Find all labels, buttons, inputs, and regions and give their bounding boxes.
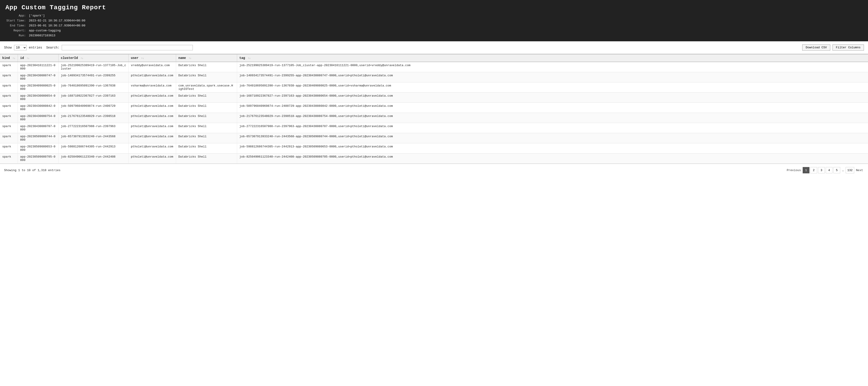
cell-kind: spark: [0, 103, 18, 113]
page-button-4[interactable]: 4: [826, 167, 833, 173]
cell-clusterId: job-252199025389419-run-1377105-Job_clus…: [59, 62, 129, 72]
showing-text: Showing 1 to 10 of 1,318 entries: [4, 169, 61, 172]
cell-name: Databricks Shell: [176, 62, 237, 72]
run-value: 20230601T103613: [29, 34, 55, 37]
cell-user: ptholeti@unraveldata.com: [129, 133, 176, 143]
start-label: Start Time:: [5, 18, 26, 23]
cell-clusterId: job-140934173574491-run-2399255: [59, 72, 129, 82]
cell-clusterId: job-598812686744305-run-2442913: [59, 143, 129, 153]
cell-id: app-20230430080747-0000: [18, 72, 59, 82]
cell-clusterId: job-277222316507988-run-2397963: [59, 123, 129, 133]
cell-name: Databricks Shell: [176, 133, 237, 143]
cell-name: Databricks Shell: [176, 103, 237, 113]
cell-tag: job-252199025389419-run-1377105-Job_clus…: [237, 62, 868, 72]
cell-tag: job-657307913933240-run-2443568-app-2023…: [237, 133, 868, 143]
cell-name: Databricks Shell: [176, 153, 237, 164]
data-table: kind ↑↓ id ↑↓ clusterId ↑↓ user ↑↓ name …: [0, 54, 868, 164]
end-value: 2023-06-01 10:36:17.939644+00:00: [29, 24, 86, 27]
table-row: sparkapp-20230509080653-0000job-59881268…: [0, 143, 868, 153]
page-button-132[interactable]: 132: [846, 167, 854, 173]
cell-clusterId: job-217676123548029-run-2398518: [59, 113, 129, 123]
cell-tag: job-140934173574491-run-2399255-app-2023…: [237, 72, 868, 82]
cell-tag: job-217676123548029-run-2398518-app-2023…: [237, 113, 868, 123]
cell-id: app-20230416111221-0000: [18, 62, 59, 72]
cell-tag: job-764018695091390-run-1367038-app-2023…: [237, 82, 868, 93]
cell-id: app-20230509080705-0000: [18, 153, 59, 164]
cell-tag: job-598812686744305-run-2442913-app-2023…: [237, 143, 868, 153]
show-label: Show: [4, 46, 12, 49]
filter-columns-button[interactable]: Filter Columns: [833, 44, 864, 50]
cell-id: app-20230509080744-0000: [18, 133, 59, 143]
cell-kind: spark: [0, 143, 18, 153]
cell-clusterId: job-509796040969874-run-2400729: [59, 103, 129, 113]
cell-tag: job-509796040969874-run-2400729-app-2023…: [237, 103, 868, 113]
cell-id: app-20230430080842-0000: [18, 103, 59, 113]
cell-name: Databricks Shell: [176, 123, 237, 133]
cell-user: ptholeti@unraveldata.com: [129, 93, 176, 103]
col-header-id[interactable]: id ↑↓: [18, 54, 59, 62]
cell-name: Databricks Shell: [176, 143, 237, 153]
table-row: sparkapp-20230509080705-0000job-82504906…: [0, 153, 868, 164]
cell-name: Databricks Shell: [176, 93, 237, 103]
page-header: App Custom Tagging Report App: ['spark']…: [0, 0, 868, 41]
cell-kind: spark: [0, 82, 18, 93]
report-value: app-custom-tagging: [29, 29, 61, 32]
cell-clusterId: job-657307913933240-run-2443568: [59, 133, 129, 143]
show-entries-select[interactable]: 10 25 50 100: [14, 45, 27, 50]
table-header-row: kind ↑↓ id ↑↓ clusterId ↑↓ user ↑↓ name …: [0, 54, 868, 62]
col-header-tag[interactable]: tag ↑↓: [237, 54, 868, 62]
report-label: Report:: [5, 28, 26, 33]
pagination: Previous 1 2 3 4 5 … 132 Next: [786, 167, 864, 173]
start-value: 2023-02-21 10:36:17.939644+00:00: [29, 19, 86, 22]
cell-kind: spark: [0, 93, 18, 103]
search-label: Search:: [46, 46, 59, 49]
search-input[interactable]: [62, 45, 193, 50]
cell-kind: spark: [0, 123, 18, 133]
download-csv-button[interactable]: Download CSV: [802, 44, 830, 50]
page-button-2[interactable]: 2: [810, 167, 817, 173]
meta-info: App: ['spark'] Start Time: 2023-02-21 10…: [5, 13, 863, 38]
cell-kind: spark: [0, 153, 18, 164]
col-header-kind[interactable]: kind ↑↓: [0, 54, 18, 62]
cell-kind: spark: [0, 113, 18, 123]
cell-tag: job-277222316507988-run-2397963-app-2023…: [237, 123, 868, 133]
table-row: sparkapp-20230430080754-0000job-21767612…: [0, 113, 868, 123]
table-row: sparkapp-20230430080707-0000job-27722231…: [0, 123, 868, 133]
cell-user: ptholeti@unraveldata.com: [129, 123, 176, 133]
table-footer: Showing 1 to 10 of 1,318 entries Previou…: [0, 164, 868, 177]
col-header-name[interactable]: name ↑↓: [176, 54, 237, 62]
cell-user: ptholeti@unraveldata.com: [129, 72, 176, 82]
table-row: sparkapp-20230509080744-0000job-65730791…: [0, 133, 868, 143]
page-button-5[interactable]: 5: [833, 167, 840, 173]
page-button-1[interactable]: 1: [803, 167, 809, 173]
table-row: sparkapp-20230416111221-0000job-25219902…: [0, 62, 868, 72]
cell-name: Databricks Shell: [176, 72, 237, 82]
cell-clusterId: job-825049061123340-run-2442408: [59, 153, 129, 164]
cell-user: vreddy@unraveldata.com: [129, 62, 176, 72]
table-wrapper: kind ↑↓ id ↑↓ clusterId ↑↓ user ↑↓ name …: [0, 54, 868, 164]
cell-kind: spark: [0, 72, 18, 82]
cell-id: app-20230430080754-0000: [18, 113, 59, 123]
cell-id: app-20230409080025-0000: [18, 82, 59, 93]
cell-tag: job-825049061123340-run-2442408-app-2023…: [237, 153, 868, 164]
cell-name: com.unraveldata.spark.usecase.HighIOTest: [176, 82, 237, 93]
cell-user: ptholeti@unraveldata.com: [129, 153, 176, 164]
cell-user: ptholeti@unraveldata.com: [129, 113, 176, 123]
table-controls: Show 10 25 50 100 entries Search: Downlo…: [0, 41, 868, 54]
page-button-3[interactable]: 3: [818, 167, 825, 173]
end-label: End Time:: [5, 23, 26, 28]
col-header-user[interactable]: user ↑↓: [129, 54, 176, 62]
table-row: sparkapp-20230430080842-0000job-50979604…: [0, 103, 868, 113]
col-header-clusterid[interactable]: clusterId ↑↓: [59, 54, 129, 62]
cell-user: vsharma@unraveldata.com: [129, 82, 176, 93]
next-label: Next: [856, 169, 863, 172]
table-row: sparkapp-20230409080025-0000job-76401869…: [0, 82, 868, 93]
table-row: sparkapp-20230430080747-0000job-14093417…: [0, 72, 868, 82]
cell-kind: spark: [0, 133, 18, 143]
previous-label: Previous: [787, 169, 801, 172]
app-value: ['spark']: [29, 14, 45, 17]
cell-user: ptholeti@unraveldata.com: [129, 143, 176, 153]
cell-id: app-20230509080653-0000: [18, 143, 59, 153]
table-row: sparkapp-20230430080654-0000job-16871092…: [0, 93, 868, 103]
page-title: App Custom Tagging Report: [5, 4, 863, 11]
